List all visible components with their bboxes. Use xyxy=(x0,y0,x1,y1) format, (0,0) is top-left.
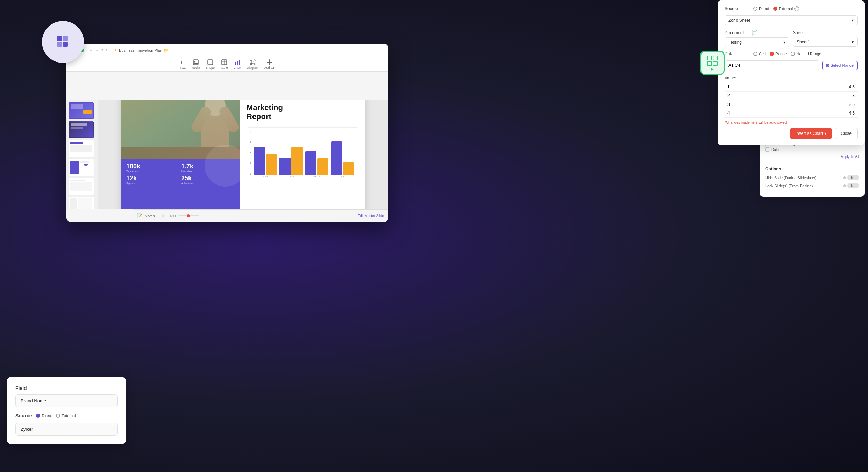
close-panel-button[interactable]: Close xyxy=(835,128,858,139)
editor-bottom-bar: 📝 Notes ⊞ 130 Edit Master Slide xyxy=(133,209,388,222)
main-slide-area: 100k Total users 1.7k New Hires 12k Sign… xyxy=(98,100,388,209)
zoom-slider[interactable] xyxy=(178,215,199,216)
direct-radio[interactable] xyxy=(753,7,757,11)
document-icon: 📄 xyxy=(751,29,758,36)
slide-thumb-3[interactable]: 3 xyxy=(69,140,94,157)
row-id-3: 3 xyxy=(725,100,779,109)
chart-data-panel: Source Direct External ⓘ Zoho Sheet ▾ Do… xyxy=(718,0,865,145)
slide-right-panel: $(Brand Name) Marketing Report 5 4 3 xyxy=(240,100,365,209)
stat-total-users: 100k Total users xyxy=(126,163,179,173)
slide-thumb-2[interactable]: 2 xyxy=(69,121,94,138)
slide-canvas: 100k Total users 1.7k New Hires 12k Sign… xyxy=(121,100,365,209)
toolbar-diagram[interactable]: Diagram xyxy=(247,59,259,70)
zoho-sheet-selector: Zoho Sheet ▾ xyxy=(725,15,858,25)
sheet-dropdown[interactable]: Sheet1 ▾ xyxy=(793,37,858,47)
cell-radio[interactable] xyxy=(753,52,757,56)
svg-rect-1 xyxy=(63,36,68,41)
stat-signups: 12k Signups xyxy=(126,175,179,184)
svg-rect-3 xyxy=(63,42,68,47)
toolbar-addon[interactable]: Add-On xyxy=(264,59,275,70)
source-section: Source Direct External xyxy=(15,413,118,419)
external-info-icon: ⓘ xyxy=(794,6,799,11)
table-row: 3 2.5 xyxy=(725,100,858,109)
data-type-row: Data Cell Range Named Range xyxy=(725,51,858,56)
toolbar-icons-row: T Text Media Shape Table Chart Diagram A… xyxy=(66,57,388,72)
notes-icon: 📝 xyxy=(137,213,142,218)
lock-slide-no[interactable]: No xyxy=(847,183,859,188)
zoom-value: 130 xyxy=(169,214,176,218)
document-dropdown[interactable]: Testing ▾ xyxy=(725,37,789,47)
dropdown-arrow: ▾ xyxy=(852,18,854,23)
slide-stats: 100k Total users 1.7k New Hires 12k Sign… xyxy=(121,159,240,209)
zoho-sheet-dropdown[interactable]: Zoho Sheet ▾ xyxy=(725,15,858,25)
table-row: 1 4.5 xyxy=(725,83,858,92)
toolbar-table[interactable]: Table xyxy=(220,59,228,70)
row-val-2: 3 xyxy=(779,92,858,100)
lock-slide-toggle: Lock Slide(s) (From Editing) No xyxy=(765,183,859,188)
toolbar-chart[interactable]: Chart xyxy=(234,59,241,70)
source-field-value[interactable]: Zylker xyxy=(15,423,118,436)
grid-icon: ⊞ xyxy=(826,63,829,68)
toolbar-shape[interactable]: Shape xyxy=(206,59,215,70)
svg-point-14 xyxy=(252,61,254,63)
field-external-radio[interactable]: External xyxy=(56,414,76,418)
edit-master-link[interactable]: Edit Master Slide xyxy=(357,214,384,218)
slide-thumb-6[interactable]: 6 xyxy=(69,197,94,209)
document-sheet-row: Document 📄 Testing ▾ Sheet Sheet1 ▾ xyxy=(725,29,858,47)
insert-dropdown-arrow[interactable]: ▾ xyxy=(824,131,826,136)
slide-marketing-title: Marketing Report xyxy=(247,103,358,122)
editor-topbar: ← → ↺ ↻ ★ Business Innovation Plan 📁 xyxy=(66,44,388,57)
sheet-section: Sheet Sheet1 ▾ xyxy=(793,29,858,47)
row-id-2: 2 xyxy=(725,92,779,100)
panel-actions: Insert as Chart ▾ Close xyxy=(725,128,858,139)
hide-slide-no[interactable]: No xyxy=(847,175,859,180)
notes-label[interactable]: Notes xyxy=(145,214,155,218)
row-id-1: 1 xyxy=(725,83,779,92)
source-direct-option[interactable]: Direct xyxy=(753,7,769,11)
svg-point-16 xyxy=(254,60,255,61)
value-section: Value: xyxy=(725,74,858,81)
external-radio[interactable] xyxy=(773,7,777,11)
toolbar-text[interactable]: T Text xyxy=(179,59,186,70)
slide-thumb-4[interactable]: 4 xyxy=(69,159,94,176)
row-id-4: 4 xyxy=(725,109,779,118)
svg-rect-21 xyxy=(707,61,712,66)
slide-thumb-1[interactable]: 1 xyxy=(69,102,94,119)
table-row: 4 4.5 xyxy=(725,109,858,118)
select-range-button[interactable]: ⊞ Select Range xyxy=(822,61,858,70)
source-row: Source Direct External ⓘ xyxy=(725,6,858,11)
toolbar-media[interactable]: Media xyxy=(191,59,200,70)
field-section-label: Field xyxy=(15,385,118,391)
data-radio-group: Cell Range Named Range xyxy=(753,52,821,56)
source-external-option[interactable]: External ⓘ xyxy=(773,6,799,11)
slide-left-panel: 100k Total users 1.7k New Hires 12k Sign… xyxy=(121,100,240,209)
cell-option[interactable]: Cell xyxy=(753,52,766,56)
editor-window: ← → ↺ ↻ ★ Business Innovation Plan 📁 T T… xyxy=(66,44,388,222)
insert-as-chart-button[interactable]: Insert as Chart ▾ xyxy=(790,128,832,139)
svg-rect-12 xyxy=(237,61,238,65)
svg-point-15 xyxy=(250,60,252,61)
doc-dropdown-arrow: ▾ xyxy=(783,40,785,45)
range-option[interactable]: Range xyxy=(770,52,787,56)
star-icon[interactable]: ★ xyxy=(114,48,118,52)
row-val-1: 4.5 xyxy=(779,83,858,92)
date-checkbox[interactable]: Date xyxy=(765,147,859,152)
range-input[interactable]: A1:C4 xyxy=(725,60,819,70)
svg-text:T: T xyxy=(180,60,183,65)
slide-thumb-5[interactable]: 5 xyxy=(69,178,94,195)
field-value[interactable]: Brand Name xyxy=(15,394,118,407)
named-range-option[interactable]: Named Range xyxy=(791,52,821,56)
slide-icon: ⊞ xyxy=(161,213,164,218)
direct-label: Direct xyxy=(759,7,769,11)
green-badge-icon[interactable]: ▶ xyxy=(700,51,725,75)
field-direct-radio[interactable]: Direct xyxy=(36,414,52,418)
app-logo xyxy=(42,21,84,63)
options-label: Options xyxy=(765,167,859,172)
svg-rect-22 xyxy=(713,61,717,66)
svg-rect-19 xyxy=(707,56,712,60)
named-range-radio[interactable] xyxy=(791,52,795,56)
apply-to-all-link[interactable]: Apply To All xyxy=(841,155,859,159)
value-table: 1 4.5 2 3 3 2.5 4 4.5 xyxy=(725,83,858,118)
range-radio[interactable] xyxy=(770,52,774,56)
external-label: External xyxy=(779,7,793,11)
